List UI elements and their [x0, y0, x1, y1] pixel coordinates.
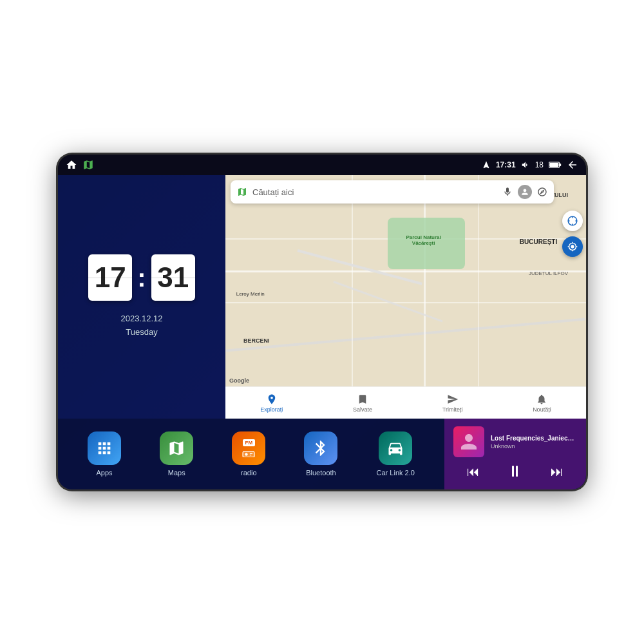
carlink-app-label: Car Link 2.0 [377, 469, 415, 477]
maps-app-label: Maps [168, 469, 185, 477]
play-pause-button[interactable]: ⏸ [502, 461, 528, 482]
leroy-label: Leroy Merlin [236, 291, 265, 297]
app-item-apps[interactable]: Apps [88, 431, 121, 477]
maps-icon[interactable] [82, 159, 94, 171]
app-item-maps[interactable]: Maps [160, 431, 193, 477]
bluetooth-app-icon [304, 431, 337, 465]
bluetooth-app-label: Bluetooth [306, 469, 336, 477]
volume-icon [521, 160, 530, 169]
device-shell: 17:31 18 17 : [58, 155, 586, 489]
clock-panel: 17 : 31 2023.12.12 Tuesday [58, 175, 225, 419]
map-compass-btn[interactable] [562, 211, 583, 231]
music-top: Lost Frequencies_Janieck Devy-... Unknow… [453, 426, 577, 457]
clock-day: Tuesday [120, 326, 162, 339]
status-bar: 17:31 18 [58, 155, 586, 175]
main-screen: 17 : 31 2023.12.12 Tuesday Căutați aici [58, 175, 586, 489]
app-item-bluetooth[interactable]: Bluetooth [304, 431, 337, 477]
clock-date: 2023.12.12 Tuesday [120, 312, 162, 339]
svg-rect-1 [560, 164, 562, 166]
svg-point-4 [245, 453, 248, 455]
map-nav-saved[interactable]: Salvate [353, 393, 372, 413]
map-nav-explore[interactable]: Explorați [260, 393, 283, 413]
share-label: Trimiteți [442, 406, 463, 413]
maps-app-icon [160, 431, 193, 465]
home-icon[interactable] [66, 159, 77, 171]
music-controls: ⏮ ⏸ ⏭ [453, 461, 577, 482]
clock-date-value: 2023.12.12 [120, 312, 162, 326]
flip-clock: 17 : 31 [88, 254, 194, 301]
radio-app-label: radio [241, 469, 256, 477]
my-location-btn[interactable] [562, 236, 583, 257]
status-bar-left [66, 159, 94, 171]
svg-rect-5 [250, 453, 252, 454]
music-panel: Lost Frequencies_Janieck Devy-... Unknow… [444, 419, 586, 489]
svg-rect-3 [243, 451, 254, 457]
music-title: Lost Frequencies_Janieck Devy-... [491, 435, 577, 442]
explore-label: Explorați [260, 406, 283, 413]
clock-colon: : [137, 263, 146, 292]
map-nav-share[interactable]: Trimiteți [442, 393, 463, 413]
svg-rect-2 [549, 163, 558, 167]
bottom-section: Apps Maps FM [58, 419, 586, 489]
map-panel[interactable]: Căutați aici [225, 175, 586, 419]
status-bar-right: 17:31 18 [482, 159, 578, 171]
bucuresti-label: BUCUREȘTI [520, 238, 557, 245]
mic-icon[interactable] [502, 187, 513, 197]
navigation-icon [482, 160, 491, 169]
map-bottom-bar: Explorați Salvate Trimiteți Noutăți [225, 386, 586, 419]
map-nav-news[interactable]: Noutăți [533, 393, 551, 413]
ilfov-label: JUDEȚUL ILFOV [529, 270, 568, 276]
apps-app-icon [88, 431, 121, 465]
user-avatar[interactable] [518, 185, 532, 199]
park-label: Parcul NaturalVăcărești [392, 234, 456, 246]
clock-minutes: 31 [151, 254, 195, 301]
prev-button[interactable]: ⏮ [462, 463, 485, 480]
map-search-placeholder[interactable]: Căutați aici [252, 187, 497, 197]
maps-pin-icon [237, 187, 247, 197]
back-icon[interactable] [567, 159, 578, 171]
clock-hours: 17 [88, 254, 132, 301]
svg-rect-6 [250, 455, 252, 455]
app-item-radio[interactable]: FM radio [232, 431, 265, 477]
apps-bar: Apps Maps FM [58, 419, 444, 489]
status-time: 17:31 [496, 160, 516, 169]
apps-app-label: Apps [97, 469, 113, 477]
music-thumbnail [453, 426, 484, 457]
berceni-label: BERCENI [243, 337, 270, 344]
radio-app-icon: FM [232, 431, 265, 465]
battery-icon [549, 161, 562, 169]
map-background[interactable]: Parcul NaturalVăcărești TRAPEZULUI BUCUR… [225, 175, 586, 386]
news-label: Noutăți [533, 406, 551, 413]
top-section: 17 : 31 2023.12.12 Tuesday Căutați aici [58, 175, 586, 419]
status-signal: 18 [535, 160, 544, 169]
app-item-carlink[interactable]: Car Link 2.0 [377, 431, 415, 477]
music-info: Lost Frequencies_Janieck Devy-... Unknow… [491, 435, 577, 450]
saved-label: Salvate [353, 406, 372, 413]
carlink-app-icon [379, 431, 412, 465]
google-logo: Google [229, 377, 249, 384]
next-button[interactable]: ⏭ [545, 463, 569, 480]
music-artist: Unknown [491, 443, 577, 450]
compass-icon[interactable] [537, 187, 547, 197]
map-search-bar[interactable]: Căutați aici [231, 180, 554, 204]
